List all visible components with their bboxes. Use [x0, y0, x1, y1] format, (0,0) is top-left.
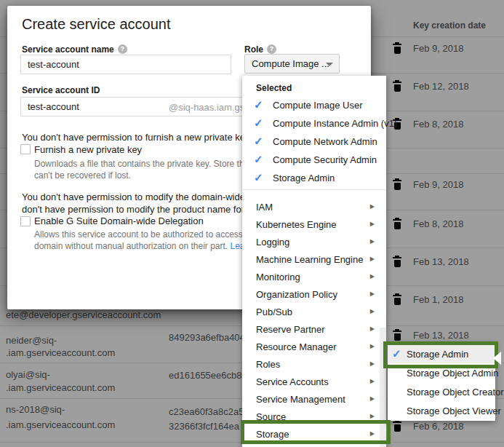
selected-role-item[interactable]: ✓ Compute Image User: [242, 96, 386, 114]
gsuite-permission-notice-line1: You don't have permission to modify the …: [22, 191, 253, 203]
check-icon: ✓: [254, 135, 263, 148]
private-key-permission-notice: You don't have permission to furnish a n…: [22, 131, 252, 143]
furnish-key-checkbox-label[interactable]: Furnish a new private key: [34, 144, 142, 155]
role-select[interactable]: Compute Image ...: [244, 54, 340, 74]
role-category-resource-manager[interactable]: Resource Manager ▶: [242, 338, 386, 355]
check-icon: ✓: [392, 347, 401, 360]
service-account-name-input[interactable]: test-account: [20, 55, 231, 74]
submenu-arrow-icon: ▶: [370, 238, 375, 245]
role-category-organization-policy[interactable]: Organization Policy ▶: [242, 285, 386, 303]
submenu-arrow-icon: ▶: [370, 290, 375, 297]
role-category-pub-sub[interactable]: Pub/Sub ▶: [242, 303, 386, 320]
menu-scrollbar[interactable]: [380, 328, 386, 447]
gsuite-description-line1: Allows this service account to be author…: [34, 229, 254, 240]
dropdown-caret-icon: [326, 63, 333, 66]
check-icon: ✓: [254, 116, 263, 130]
selected-role-item[interactable]: ✓ Compute Security Admin: [242, 151, 386, 169]
submenu-arrow-icon: ▶: [370, 395, 375, 402]
submenu-item-storage-object-viewer[interactable]: Storage Object Viewer: [388, 401, 495, 420]
storage-roles-submenu: ✓ Storage Admin Storage Object Admin Sto…: [388, 342, 495, 421]
submenu-arrow-icon: ▶: [370, 221, 375, 227]
selected-section-header: Selected: [256, 83, 292, 93]
role-category-iam[interactable]: IAM ▶: [242, 198, 386, 215]
gsuite-description-line2: domain without manual authorization on t…: [34, 240, 263, 252]
role-category-roles[interactable]: Roles ▶: [242, 355, 386, 373]
selected-role-item[interactable]: ✓ Compute Instance Admin (v1): [242, 114, 386, 132]
submenu-arrow-icon: ▶: [370, 378, 375, 384]
check-icon: ✓: [254, 171, 263, 184]
service-account-id-label: Service account ID: [22, 85, 100, 95]
submenu-arrow-icon: ▶: [370, 308, 375, 315]
check-icon: ✓: [254, 98, 263, 111]
gsuite-delegation-checkbox-label[interactable]: Enable G Suite Domain-wide Delegation: [34, 215, 204, 226]
submenu-item-storage-admin[interactable]: ✓ Storage Admin: [388, 344, 495, 363]
service-account-name-label: Service account name: [22, 44, 127, 55]
submenu-arrow-icon: ▶: [370, 360, 375, 367]
submenu-arrow-icon: ▶: [370, 413, 375, 419]
role-category-logging[interactable]: Logging ▶: [242, 233, 386, 250]
submenu-arrow-icon: ▶: [370, 343, 375, 349]
submenu-item-storage-object-admin[interactable]: Storage Object Admin: [388, 363, 495, 382]
role-category-service-accounts[interactable]: Service Accounts ▶: [242, 373, 386, 390]
role-category-source[interactable]: Source ▶: [242, 408, 386, 425]
check-icon: ✓: [254, 153, 263, 166]
cursor-notch: [493, 352, 501, 365]
role-category-storage[interactable]: Storage ▶: [242, 425, 386, 443]
role-category-machine-learning-engine[interactable]: Machine Learning Engine ▶: [242, 250, 386, 268]
submenu-item-storage-object-creator[interactable]: Storage Object Creator: [388, 382, 495, 401]
selected-role-item[interactable]: ✓ Compute Network Admin: [242, 132, 386, 151]
help-icon[interactable]: [118, 44, 127, 54]
submenu-arrow-icon: ▶: [370, 273, 375, 280]
furnish-key-description-line2: can't be recovered if lost.: [34, 170, 131, 181]
submenu-arrow-icon: ▶: [370, 203, 375, 210]
submenu-arrow-icon: ▶: [370, 256, 375, 262]
furnish-key-description-line1: Downloads a file that contains the priva…: [34, 158, 257, 170]
help-icon[interactable]: [267, 44, 276, 54]
furnish-key-checkbox[interactable]: [20, 144, 31, 154]
role-label: Role: [244, 44, 276, 55]
role-category-kubernetes-engine[interactable]: Kubernetes Engine ▶: [242, 215, 386, 233]
gsuite-delegation-checkbox[interactable]: [20, 216, 31, 226]
submenu-arrow-icon: ▶: [370, 430, 375, 437]
service-account-id-domain: @siq-haas.iam.gs: [169, 102, 244, 113]
role-dropdown-menu: Selected ✓ Compute Image User ✓ Compute …: [242, 76, 386, 447]
dialog-title: Create service account: [22, 16, 171, 33]
role-category-service-management[interactable]: Service Management ▶: [242, 390, 386, 408]
role-category-monitoring[interactable]: Monitoring ▶: [242, 268, 386, 285]
menu-divider: [242, 189, 386, 190]
submenu-arrow-icon: ▶: [370, 325, 375, 332]
gsuite-permission-notice-line2: don't have permission to modify the prod…: [22, 203, 255, 215]
role-category-reserve-partner[interactable]: Reserve Partner ▶: [242, 320, 386, 338]
selected-role-item[interactable]: ✓ Storage Admin: [242, 169, 386, 187]
